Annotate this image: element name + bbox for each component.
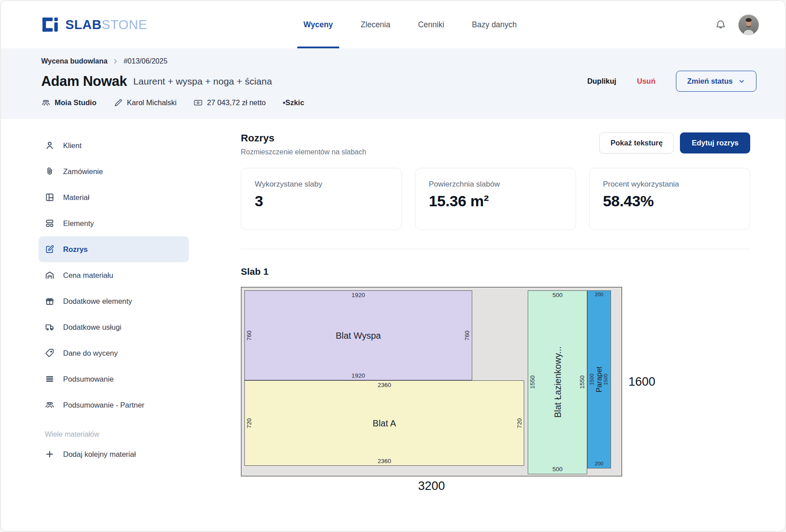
nav-item-bazy-danych[interactable]: Bazy danych <box>472 1 517 48</box>
slab-element-name: Parapet <box>595 366 603 392</box>
add-material-button[interactable]: Dodaj kolejny materiał <box>38 441 189 467</box>
dimension-label-bottom: 500 <box>552 466 563 472</box>
sidebar-item-klient[interactable]: Klient <box>38 132 189 158</box>
dimension-label-left: 1550 <box>530 375 536 389</box>
meta-item-moia-studio: Moia Studio <box>41 98 97 107</box>
page-header: Wycena budowlana #013/06/2025 Adam Nowak… <box>1 48 785 119</box>
section-title: Rozrys <box>241 132 366 144</box>
stat-card-label: Wykorzystane slaby <box>255 180 388 189</box>
page-subtitle: Laurent + wyspa + noga + ściana <box>133 76 272 87</box>
slab-element-name: Blat Wyspa <box>336 330 381 340</box>
truck-icon <box>45 322 55 332</box>
sidebar-item-materia[interactable]: Materiał <box>38 184 189 210</box>
sidebar-item-label: Dodatkowe usługi <box>63 323 121 332</box>
sidebar-item-label: Podsumowanie <box>63 375 114 383</box>
sidebar-item-dodatkowe-us-ugi[interactable]: Dodatkowe usługi <box>38 314 189 340</box>
app-window: SLABSTONE WycenyZleceniaCennikiBazy dany… <box>0 0 786 532</box>
sidebar-item-label: Cena materiału <box>63 271 113 280</box>
meta-item-label: 27 043,72 zł netto <box>207 98 265 107</box>
people-icon <box>41 98 51 107</box>
brand-logo[interactable]: SLABSTONE <box>41 16 147 34</box>
sidebar-item-label: Elementy <box>63 219 94 228</box>
header-actions: Duplikuj Usuń Zmień status <box>587 71 756 92</box>
dimension-label-top: 200 <box>595 292 603 298</box>
divider <box>241 249 750 249</box>
sidebar-item-dane-do-wyceny[interactable]: Dane do wyceny <box>38 340 189 366</box>
tag-icon <box>45 348 55 358</box>
dimension-label-right: 720 <box>517 418 523 429</box>
warehouse-icon <box>45 270 55 280</box>
elements-icon <box>45 218 55 228</box>
slab-element-parapet: Parapet20020015001500 <box>587 290 611 468</box>
dimension-label-bottom: 1920 <box>351 373 365 379</box>
nav-item-wyceny[interactable]: Wyceny <box>303 1 333 48</box>
sidebar-item-label: Rozrys <box>63 245 88 254</box>
meta-item-szkic: •Szkic <box>283 98 304 107</box>
add-material-label: Dodaj kolejny materiał <box>63 450 136 459</box>
change-status-label: Zmień status <box>687 77 733 85</box>
stat-card-label: Procent wykorzystania <box>603 180 736 189</box>
nav-item-zlecenia[interactable]: Zlecenia <box>361 1 390 48</box>
dimension-label-bottom: 2360 <box>378 458 391 464</box>
main-nav: WycenyZleceniaCennikiBazy danych <box>303 1 517 48</box>
slab-element-name: Blat A <box>373 418 396 428</box>
stat-card-wykorzystane-slaby: Wykorzystane slaby3 <box>241 168 402 230</box>
duplicate-button[interactable]: Duplikuj <box>587 77 616 85</box>
sidebar-item-label: Dane do wyceny <box>63 349 118 358</box>
gift-icon <box>45 296 55 306</box>
sidebar-item-podsumowanie[interactable]: Podsumowanie <box>38 366 189 392</box>
slab-canvas: Blat Wyspa19201920760760Blat A2360236072… <box>241 287 622 477</box>
stat-card-value: 3 <box>255 192 388 210</box>
dimension-label-top: 2360 <box>378 382 391 388</box>
sidebar-item-zam-wienie[interactable]: Zamówienie <box>38 158 189 184</box>
dimension-label-left: 720 <box>246 418 252 429</box>
slab-element-blat-wyspa: Blat Wyspa19201920760760 <box>244 290 472 380</box>
sidebar-item-label: Dodatkowe elementy <box>63 297 132 306</box>
sidebar-item-cena-materia-u[interactable]: Cena materiału <box>38 262 189 288</box>
main-panel: Rozrys Rozmieszczenie elementów na slaba… <box>241 119 750 493</box>
meta-item-karol-michalski: Karol Michalski <box>114 98 177 107</box>
dimension-label-bottom: 200 <box>595 461 603 467</box>
slabstone-logo-icon <box>41 16 59 34</box>
slab-title: Slab 1 <box>241 266 750 277</box>
dimension-label-right: 760 <box>464 330 470 340</box>
stat-cards: Wykorzystane slaby3Powierzchnia slabów15… <box>241 168 750 230</box>
brand-name-bold: SLAB <box>65 17 102 32</box>
paperclip-icon <box>45 166 55 176</box>
user-avatar[interactable] <box>738 14 759 35</box>
sidebar: KlientZamówienieMateriałElementyRozrysCe… <box>38 119 189 467</box>
slab-element-blat-azienkowy: Blat Łazienkowy...50050015501550 <box>528 290 587 474</box>
plus-icon <box>45 449 55 459</box>
person-icon <box>45 140 55 150</box>
show-texture-button[interactable]: Pokaż teksturę <box>599 132 674 153</box>
group-icon <box>45 400 55 410</box>
delete-button[interactable]: Usuń <box>637 77 655 85</box>
dimension-label-top: 500 <box>552 292 563 298</box>
brand-name-light: STONE <box>102 17 147 32</box>
top-navbar: SLABSTONE WycenyZleceniaCennikiBazy dany… <box>1 1 785 48</box>
edit-icon <box>45 244 55 254</box>
breadcrumb-root[interactable]: Wycena budowlana <box>41 57 107 65</box>
notifications-bell-icon[interactable] <box>715 19 726 30</box>
brand-name: SLABSTONE <box>65 17 147 32</box>
sidebar-item-dodatkowe-elementy[interactable]: Dodatkowe elementy <box>38 288 189 314</box>
sidebar-item-label: Materiał <box>63 193 90 202</box>
change-status-button[interactable]: Zmień status <box>676 71 756 92</box>
chevron-right-icon <box>112 58 119 65</box>
dimension-label-right: 1500 <box>603 374 609 385</box>
sidebar-item-podsumowanie-partner[interactable]: Podsumowanie - Partner <box>38 392 189 418</box>
sidebar-item-label: Zamówienie <box>63 167 103 176</box>
sidebar-item-rozrys[interactable]: Rozrys <box>38 236 189 262</box>
dimension-label-left: 1500 <box>590 374 595 385</box>
meta-item-27-043-72-z-netto: 27 043,72 zł netto <box>193 98 265 107</box>
nav-item-cenniki[interactable]: Cenniki <box>418 1 444 48</box>
edit-layout-button[interactable]: Edytuj rozrys <box>680 132 750 153</box>
nav-right <box>715 1 759 48</box>
slab-element-name: Blat Łazienkowy... <box>552 347 563 418</box>
sidebar-item-label: Podsumowanie - Partner <box>63 401 145 409</box>
stat-card-powierzchnia-slab-w: Powierzchnia slabów15.36 m² <box>415 168 576 230</box>
dimension-label-left: 760 <box>246 330 252 340</box>
stat-card-value: 58.43% <box>603 192 736 210</box>
sidebar-item-elementy[interactable]: Elementy <box>38 210 189 236</box>
stat-card-label: Powierzchnia slabów <box>429 180 562 189</box>
